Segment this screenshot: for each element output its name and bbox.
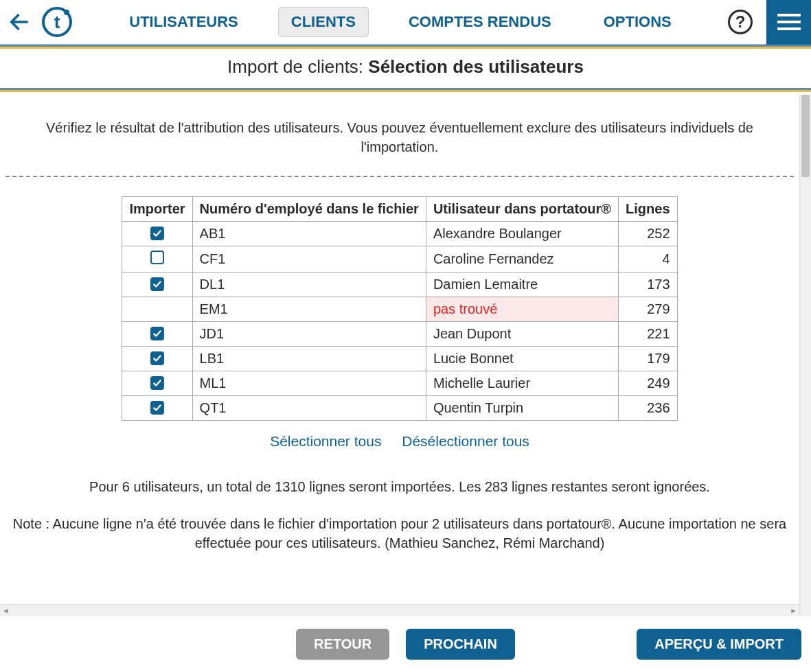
svg-rect-6 bbox=[777, 27, 801, 30]
content-pane: Vérifiez le résultat de l'attribution de… bbox=[0, 95, 799, 616]
page-title-strip: Import de clients: Sélection des utilisa… bbox=[0, 45, 811, 92]
table-row: EM1pas trouvé279 bbox=[122, 297, 677, 322]
summary-text: Pour 6 utilisateurs, un total de 1310 li… bbox=[14, 477, 786, 496]
th-user: Utilisateur dans portatour® bbox=[426, 197, 618, 222]
th-employee: Numéro d'employé dans le fichier bbox=[192, 197, 426, 222]
user-assignment-table: Importer Numéro d'employé dans le fichie… bbox=[122, 196, 677, 421]
cell-lines: 279 bbox=[619, 297, 677, 322]
import-checkbox[interactable] bbox=[150, 376, 164, 390]
th-lines: Lignes bbox=[619, 197, 677, 222]
cell-employee: AB1 bbox=[192, 222, 426, 246]
table-row: CF1Caroline Fernandez4 bbox=[122, 246, 677, 273]
separator bbox=[5, 176, 794, 177]
nav-item-utilisateurs[interactable]: UTILISATEURS bbox=[117, 8, 250, 36]
cell-lines: 179 bbox=[619, 347, 677, 371]
cell-import bbox=[122, 222, 192, 246]
cell-employee: LB1 bbox=[192, 347, 426, 371]
table-row: AB1Alexandre Boulanger252 bbox=[122, 222, 677, 246]
cell-user: Lucie Bonnet bbox=[426, 347, 618, 371]
cell-lines: 252 bbox=[619, 222, 677, 246]
import-checkbox[interactable] bbox=[150, 351, 164, 365]
footer-bar: RETOUR PROCHAIN APERÇU & IMPORT bbox=[0, 616, 811, 672]
cell-employee: EM1 bbox=[192, 297, 426, 322]
table-row: ML1Michelle Laurier249 bbox=[122, 371, 677, 396]
cell-employee: QT1 bbox=[192, 396, 426, 421]
import-checkbox[interactable] bbox=[150, 227, 164, 240]
import-checkbox[interactable] bbox=[150, 277, 164, 291]
cell-import bbox=[122, 396, 192, 421]
cell-employee: DL1 bbox=[192, 273, 426, 297]
cell-import bbox=[122, 322, 192, 347]
cell-import bbox=[122, 347, 192, 371]
svg-point-2 bbox=[64, 10, 69, 15]
cell-import bbox=[122, 273, 192, 297]
cell-employee: ML1 bbox=[192, 371, 426, 396]
page-title: Sélection des utilisateurs bbox=[368, 56, 584, 77]
cell-user: Jean Dupont bbox=[426, 322, 618, 347]
nav-item-comptes-rendus[interactable]: COMPTES RENDUS bbox=[396, 8, 564, 36]
cell-user: Damien Lemaitre bbox=[426, 273, 618, 297]
vertical-scrollbar[interactable] bbox=[799, 95, 811, 616]
svg-text:t: t bbox=[54, 12, 60, 32]
select-all-link[interactable]: Sélectionner tous bbox=[270, 433, 381, 449]
cell-lines: 249 bbox=[619, 371, 677, 396]
cell-user: Alexandre Boulanger bbox=[426, 222, 618, 246]
scroll-right-icon: ► bbox=[788, 605, 799, 616]
main-nav: UTILISATEURSCLIENTSCOMPTES RENDUSOPTIONS bbox=[73, 7, 728, 37]
top-bar: t UTILISATEURSCLIENTSCOMPTES RENDUSOPTIO… bbox=[0, 0, 811, 45]
th-import: Importer bbox=[122, 197, 192, 222]
table-row: QT1Quentin Turpin236 bbox=[122, 396, 677, 421]
nav-item-clients[interactable]: CLIENTS bbox=[278, 7, 369, 37]
svg-rect-4 bbox=[777, 14, 801, 16]
table-row: DL1Damien Lemaitre173 bbox=[122, 273, 677, 297]
scroll-left-icon: ◄ bbox=[0, 605, 12, 616]
help-icon: ? bbox=[735, 12, 746, 32]
nav-item-options[interactable]: OPTIONS bbox=[591, 8, 684, 36]
cell-import bbox=[122, 246, 192, 273]
next-step-button[interactable]: PROCHAIN bbox=[406, 629, 515, 660]
back-button[interactable] bbox=[0, 0, 38, 45]
horizontal-scrollbar[interactable]: ◄► bbox=[0, 604, 799, 616]
page-title-prefix: Import de clients: bbox=[227, 56, 368, 77]
import-checkbox[interactable] bbox=[150, 327, 164, 340]
preview-import-button[interactable]: APERÇU & IMPORT bbox=[637, 629, 801, 660]
svg-rect-5 bbox=[777, 21, 801, 23]
app-logo: t bbox=[41, 6, 73, 38]
cell-lines: 4 bbox=[619, 246, 677, 273]
table-row: JD1Jean Dupont221 bbox=[122, 322, 677, 347]
back-step-button[interactable]: RETOUR bbox=[296, 629, 389, 660]
cell-user: Quentin Turpin bbox=[426, 396, 618, 421]
scrollbar-thumb[interactable] bbox=[801, 95, 810, 177]
import-checkbox[interactable] bbox=[150, 251, 164, 264]
select-links: Sélectionner tous Désélectionner tous bbox=[0, 433, 799, 450]
menu-button[interactable] bbox=[766, 0, 811, 45]
cell-employee: CF1 bbox=[192, 246, 426, 273]
hamburger-icon bbox=[777, 12, 801, 32]
import-checkbox[interactable] bbox=[150, 401, 164, 415]
deselect-all-link[interactable]: Désélectionner tous bbox=[402, 433, 529, 449]
cell-user: Caroline Fernandez bbox=[426, 246, 618, 273]
help-button[interactable]: ? bbox=[728, 10, 753, 34]
cell-import bbox=[122, 297, 192, 322]
cell-lines: 173 bbox=[619, 273, 677, 297]
cell-employee: JD1 bbox=[192, 322, 426, 347]
cell-user: pas trouvé bbox=[426, 297, 618, 322]
cell-lines: 236 bbox=[619, 396, 677, 421]
note-text: Note : Aucune ligne n'a été trouvée dans… bbox=[12, 514, 787, 553]
cell-lines: 221 bbox=[619, 322, 677, 347]
arrow-left-icon bbox=[8, 10, 31, 34]
intro-text: Vérifiez le résultat de l'attribution de… bbox=[27, 118, 772, 157]
table-row: LB1Lucie Bonnet179 bbox=[122, 347, 677, 371]
cell-import bbox=[122, 371, 192, 396]
cell-user: Michelle Laurier bbox=[426, 371, 618, 396]
